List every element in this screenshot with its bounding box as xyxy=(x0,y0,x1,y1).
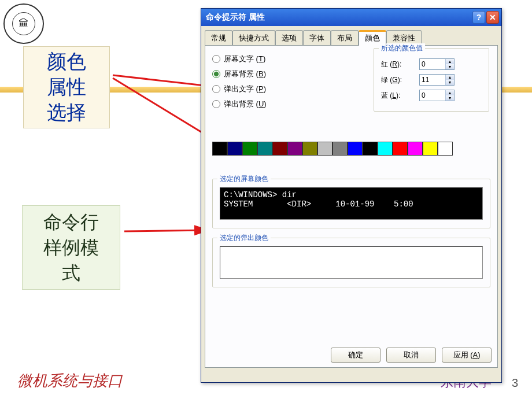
cancel-button[interactable]: 取消 xyxy=(386,348,436,363)
green-spinner[interactable]: ▲▼ xyxy=(419,74,455,86)
color-values-group: 所选的颜色值 红 (R): ▲▼ 绿 (G): ▲▼ 蓝 (L): xyxy=(374,48,489,112)
window-title: 命令提示符 属性 xyxy=(206,12,265,23)
palette-swatch-3[interactable] xyxy=(257,142,272,156)
palette-swatch-5[interactable] xyxy=(287,142,302,156)
cmd-properties-dialog: 命令提示符 属性 ? ✕ 常规 快捷方式 选项 字体 布局 颜色 兼容性 屏幕文… xyxy=(201,8,502,383)
palette-swatch-0[interactable] xyxy=(212,142,227,156)
palette-swatch-12[interactable] xyxy=(393,142,408,156)
green-input[interactable] xyxy=(420,75,445,85)
red-label: 红 (R): xyxy=(381,60,416,69)
palette-swatch-13[interactable] xyxy=(408,142,423,156)
blue-down[interactable]: ▼ xyxy=(445,95,454,101)
ok-button[interactable]: 确定 xyxy=(331,348,380,363)
blue-spinner[interactable]: ▲▼ xyxy=(419,90,455,101)
red-down[interactable]: ▼ xyxy=(445,64,454,69)
palette-swatch-7[interactable] xyxy=(317,142,332,156)
tab-bar: 常规 快捷方式 选项 字体 布局 颜色 兼容性 xyxy=(201,26,501,45)
red-spinner[interactable]: ▲▼ xyxy=(419,58,455,70)
annotation-color-prop-select: 颜色 属性 选择 xyxy=(23,46,110,128)
green-down[interactable]: ▼ xyxy=(445,80,454,85)
footer-course-title: 微机系统与接口 xyxy=(17,371,123,391)
tab-panel-colors: 屏幕文字 (T) 屏幕背景 (B) 弹出文字 (P) 弹出背景 (U) 所选的颜… xyxy=(205,45,498,368)
tab-font[interactable]: 字体 xyxy=(303,30,331,46)
palette-swatch-2[interactable] xyxy=(242,142,257,156)
palette-swatch-11[interactable] xyxy=(378,142,393,156)
blue-label: 蓝 (L): xyxy=(381,91,416,101)
tab-colors[interactable]: 颜色 xyxy=(359,30,386,46)
apply-button[interactable]: 应用 (A) xyxy=(442,348,492,363)
tab-layout[interactable]: 布局 xyxy=(331,30,359,46)
screen-color-legend: 选定的屏幕颜色 xyxy=(217,174,271,184)
titlebar[interactable]: 命令提示符 属性 ? ✕ xyxy=(201,9,501,26)
help-button[interactable]: ? xyxy=(472,11,485,24)
red-up[interactable]: ▲ xyxy=(445,59,454,64)
blue-up[interactable]: ▲ xyxy=(445,90,454,95)
tab-general[interactable]: 常规 xyxy=(205,30,232,46)
palette-swatch-9[interactable] xyxy=(348,142,363,156)
close-button[interactable]: ✕ xyxy=(486,11,499,24)
color-palette xyxy=(212,142,490,156)
palette-swatch-10[interactable] xyxy=(363,142,378,156)
svg-line-2 xyxy=(124,230,208,231)
popup-color-legend: 选定的弹出颜色 xyxy=(217,233,271,243)
palette-swatch-1[interactable] xyxy=(227,142,242,156)
page-number: 3 xyxy=(512,376,518,390)
popup-color-preview-group: 选定的弹出颜色 xyxy=(212,238,490,287)
red-input[interactable] xyxy=(420,59,445,69)
annotation-cmdline-sample: 命令行 样例模 式 xyxy=(22,205,120,290)
green-label: 绿 (G): xyxy=(381,75,416,85)
palette-swatch-4[interactable] xyxy=(272,142,287,156)
palette-swatch-8[interactable] xyxy=(332,142,348,156)
palette-swatch-14[interactable] xyxy=(423,142,438,156)
popup-preview xyxy=(220,246,483,279)
university-seal: 🏛 xyxy=(3,3,44,44)
tab-shortcut[interactable]: 快捷方式 xyxy=(232,30,275,46)
blue-input[interactable] xyxy=(420,90,445,101)
tab-options[interactable]: 选项 xyxy=(275,30,303,46)
screen-color-preview-group: 选定的屏幕颜色 C:\WINDOWS> dir SYSTEM <DIR> 10-… xyxy=(212,179,490,228)
palette-swatch-6[interactable] xyxy=(302,142,317,156)
palette-swatch-15[interactable] xyxy=(438,142,453,156)
screen-preview: C:\WINDOWS> dir SYSTEM <DIR> 10-01-99 5:… xyxy=(220,187,483,220)
green-up[interactable]: ▲ xyxy=(445,75,454,80)
